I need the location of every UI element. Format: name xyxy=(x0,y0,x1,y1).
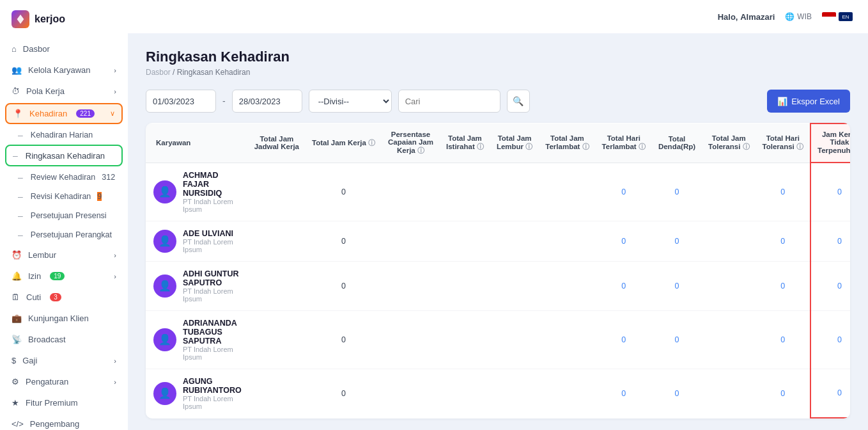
avatar: 👤 xyxy=(153,328,176,351)
jam-kerja-tidak-terpenuhi-cell: 0 xyxy=(810,369,850,418)
flag-indonesia[interactable] xyxy=(822,12,836,21)
flag-english[interactable]: EN xyxy=(839,12,853,21)
denda-cell: 0 xyxy=(652,310,702,369)
jam-terlambat-cell xyxy=(539,261,595,310)
jam-terlambat-cell xyxy=(539,163,595,221)
date-to-input[interactable] xyxy=(232,90,302,113)
username-text[interactable]: Almazari xyxy=(740,12,775,22)
breadcrumb-home[interactable]: Dasbor xyxy=(146,68,171,77)
sidebar-item-pengembang[interactable]: </> Pengembang xyxy=(0,413,128,430)
hari-terlambat-cell: 0 xyxy=(596,369,652,418)
dash-icon: – xyxy=(18,191,23,202)
total-jam-jadwal-cell xyxy=(248,310,306,369)
sidebar-item-lembur[interactable]: ⏰ Lembur › xyxy=(0,244,128,266)
izin-badge: 19 xyxy=(50,272,65,280)
sidebar-item-gaji[interactable]: $ Gaji › xyxy=(0,350,128,371)
info-icon[interactable]: ⓘ xyxy=(417,147,424,154)
attendance-table-wrap: Karyawan Total JamJadwal Kerja Total Jam… xyxy=(146,123,850,418)
sidebar-item-persetujuan-perangkat[interactable]: – Persetujuan Perangkat xyxy=(0,225,128,244)
sidebar-item-label: Fitur Premium xyxy=(26,398,78,408)
info-icon[interactable]: ⓘ xyxy=(743,143,750,150)
sidebar-item-broadcast[interactable]: 📡 Broadcast xyxy=(0,329,128,350)
filter-bar: - --Divisi-- 🔍 📊 Ekspor Excel xyxy=(146,90,850,113)
col-jam-terlambat: Total JamTerlambat ⓘ xyxy=(539,123,595,163)
search-input[interactable] xyxy=(398,90,500,113)
sidebar-subitem-label: Persetujuan Perangkat xyxy=(31,230,112,239)
info-icon[interactable]: ⓘ xyxy=(525,143,532,150)
sidebar-subitem-label: Review Kehadiran xyxy=(31,173,95,182)
users-icon: 👥 xyxy=(12,65,22,75)
info-icon[interactable]: ⓘ xyxy=(639,143,646,150)
info-icon[interactable]: ⓘ xyxy=(368,139,375,147)
clock-icon: ⏱ xyxy=(12,86,20,96)
jam-terlambat-cell xyxy=(539,221,595,261)
search-button[interactable]: 🔍 xyxy=(507,90,530,113)
employee-name: AGUNG RUBIYANTORO xyxy=(183,377,242,395)
employee-name: ADRIANANDA TUBAGUS SAPUTRA xyxy=(183,319,242,346)
col-jam-lembur: Total JamLembur ⓘ xyxy=(490,123,539,163)
sidebar-item-kelola-karyawan[interactable]: 👥 Kelola Karyawan › xyxy=(0,60,128,81)
sidebar-nav: ⌂ Dasbor 👥 Kelola Karyawan › ⏱ Pola Kerj… xyxy=(0,36,128,430)
employee-cell: 👤 ACHMAD FAJAR NURSIDIQ PT Indah Lorem I… xyxy=(146,163,248,221)
employee-cell: 👤 ADHI GUNTUR SAPUTRO PT Indah Lorem Ips… xyxy=(146,261,248,310)
chevron-right-icon: › xyxy=(114,378,116,386)
jam-lembur-cell xyxy=(490,261,539,310)
sidebar-item-cuti[interactable]: 🗓 Cuti 3 xyxy=(0,287,128,308)
dash-icon: – xyxy=(18,211,23,221)
col-total-jam-jadwal: Total JamJadwal Kerja xyxy=(248,123,306,163)
review-badge: 312 xyxy=(102,173,115,182)
sidebar-item-pengaturan[interactable]: ⚙ Pengaturan › xyxy=(0,371,128,392)
excel-icon: 📊 xyxy=(777,97,787,106)
export-label: Ekspor Excel xyxy=(791,97,840,106)
gear-icon: ⚙ xyxy=(12,377,19,386)
sidebar-item-kunjungan-klien[interactable]: 💼 Kunjungan Klien xyxy=(0,308,128,329)
breadcrumb-separator: / xyxy=(173,68,174,77)
date-from-input[interactable] xyxy=(146,90,216,113)
sidebar-item-revisi-kehadiran[interactable]: – Revisi Kehadiran 9 xyxy=(0,187,128,206)
division-select[interactable]: --Divisi-- xyxy=(309,90,392,113)
date-separator: - xyxy=(222,96,226,106)
table-header-row: Karyawan Total JamJadwal Kerja Total Jam… xyxy=(146,123,850,163)
attendance-table: Karyawan Total JamJadwal Kerja Total Jam… xyxy=(146,123,850,418)
info-icon[interactable]: ⓘ xyxy=(582,143,589,150)
hari-terlambat-cell: 0 xyxy=(596,310,652,369)
chevron-right-icon: › xyxy=(114,251,116,259)
sidebar-item-label: Kunjungan Klien xyxy=(28,314,89,323)
sidebar-item-persetujuan-presensi[interactable]: – Persetujuan Presensi xyxy=(0,206,128,225)
dash-icon: – xyxy=(18,172,23,182)
sidebar-item-label: Pengembang xyxy=(30,419,79,429)
sidebar-subitem-label: Ringkasan Kehadiran xyxy=(26,151,105,161)
total-jam-kerja-cell: 0 xyxy=(306,221,382,261)
timezone-display: 🌐 WIB xyxy=(785,12,812,21)
sidebar-item-pola-kerja[interactable]: ⏱ Pola Kerja › xyxy=(0,81,128,102)
col-jam-toleransi: Total JamToleransi ⓘ xyxy=(702,123,756,163)
sidebar-item-izin[interactable]: 🔔 Izin 19 › xyxy=(0,266,128,287)
col-hari-toleransi: Total HariToleransi ⓘ xyxy=(756,123,810,163)
topbar-user: Halo, Almazari xyxy=(718,12,775,22)
info-icon[interactable]: ⓘ xyxy=(796,143,803,150)
dash-icon: – xyxy=(13,150,18,161)
table-row: 👤 ADHI GUNTUR SAPUTRO PT Indah Lorem Ips… xyxy=(146,261,850,310)
export-excel-button[interactable]: 📊 Ekspor Excel xyxy=(767,90,850,113)
info-icon[interactable]: ⓘ xyxy=(477,143,484,150)
sidebar-item-fitur-premium[interactable]: ★ Fitur Premium xyxy=(0,392,128,413)
jam-toleransi-cell xyxy=(702,261,756,310)
sidebar-item-kehadiran[interactable]: 📍 Kehadiran 221 ∨ xyxy=(5,103,123,124)
breadcrumb-current: Ringkasan Kehadiran xyxy=(177,68,251,77)
employee-cell: 👤 AGUNG RUBIYANTORO PT Indah Lorem Ipsum xyxy=(146,369,248,418)
briefcase-icon: 💼 xyxy=(12,314,22,323)
sidebar-item-dasbor[interactable]: ⌂ Dasbor xyxy=(0,38,128,60)
employee-name: ADE ULVIANI xyxy=(183,229,242,238)
main-area: Halo, Almazari 🌐 WIB EN Ringkasan Kehadi… xyxy=(128,0,868,430)
search-icon: 🔍 xyxy=(513,96,523,106)
sidebar-item-label: Pengaturan xyxy=(26,377,68,386)
denda-cell: 0 xyxy=(652,261,702,310)
sidebar-item-kehadiran-harian[interactable]: – Kehadiran Harian xyxy=(0,125,128,145)
dollar-icon: $ xyxy=(12,356,16,365)
jam-lembur-cell xyxy=(490,221,539,261)
sidebar-item-ringkasan-kehadiran[interactable]: – Ringkasan Kehadiran xyxy=(5,145,123,166)
sidebar-item-review-kehadiran[interactable]: – Review Kehadiran 312 xyxy=(0,168,128,187)
jam-istirahat-cell xyxy=(440,221,490,261)
globe-icon: 🌐 xyxy=(785,12,794,21)
hari-terlambat-cell: 0 xyxy=(596,221,652,261)
